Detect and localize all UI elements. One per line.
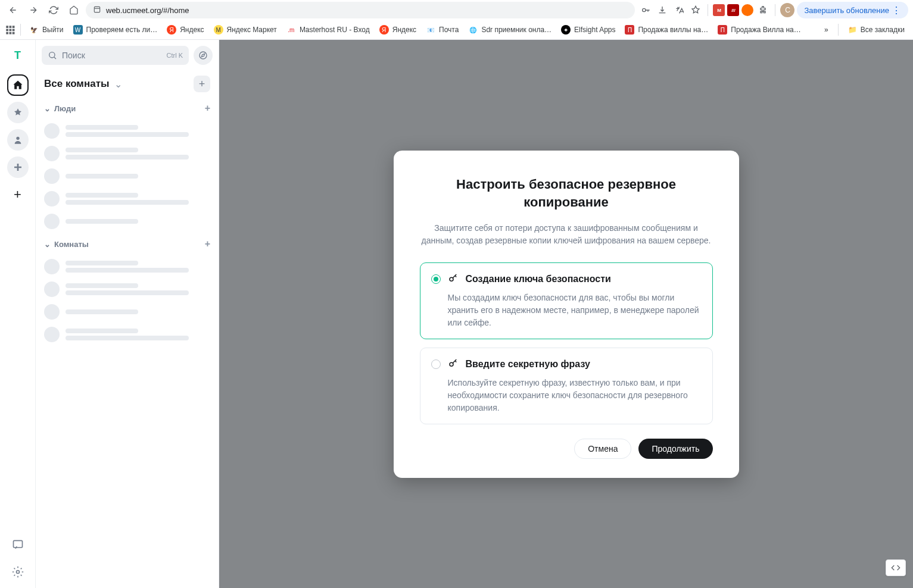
bookmark-favicon: .m — [286, 25, 296, 35]
svg-point-21 — [450, 362, 453, 366]
bookmark-item[interactable]: WПроверяем есть ли… — [70, 24, 161, 36]
url-box[interactable]: web.ucmeet.org/#/home — [86, 2, 635, 18]
apps-icon[interactable] — [5, 24, 15, 35]
profile-avatar[interactable]: C — [780, 3, 794, 17]
ext-mcafee-icon[interactable]: M — [713, 4, 725, 16]
bookmark-item[interactable]: ППродажа виллы на… — [621, 24, 712, 36]
bookmark-item[interactable]: МЯндекс Маркет — [210, 24, 281, 36]
nav-reload-icon[interactable] — [45, 2, 62, 18]
search-input[interactable]: Поиск Ctrl K — [42, 46, 189, 65]
rail-home[interactable] — [7, 74, 29, 96]
bookmark-item[interactable]: ППродажа Вилла на… — [714, 24, 804, 36]
bookmark-item[interactable]: ЯЯндекс — [376, 24, 420, 36]
room-panel: Поиск Ctrl K Все комнаты ⌄ + ⌄ Люди + ⌄ … — [36, 40, 219, 588]
extensions-icon[interactable] — [756, 3, 770, 17]
svg-rect-0 — [94, 7, 99, 12]
svg-point-13 — [16, 571, 19, 574]
dialog-description: Защитите себя от потери доступа к зашифр… — [420, 222, 713, 247]
rooms-list-placeholder — [36, 253, 219, 348]
bookmark-item[interactable]: ЯЯндекс — [163, 24, 207, 36]
svg-rect-10 — [13, 32, 15, 35]
svg-rect-4 — [13, 26, 15, 28]
bookmark-item[interactable]: .mMasterhost RU - Вход — [283, 24, 373, 36]
list-item — [44, 301, 210, 323]
ext-red-icon[interactable]: /// — [727, 4, 739, 16]
rail-rooms[interactable] — [7, 157, 29, 178]
rail-people[interactable] — [7, 129, 29, 151]
nav-forward-icon[interactable] — [25, 2, 42, 18]
modal-overlay[interactable]: Настроить безопасное резервное копирован… — [219, 40, 913, 588]
rooms-header: Все комнаты ⌄ + — [36, 71, 219, 99]
section-people[interactable]: ⌄ Люди + — [36, 99, 219, 117]
list-item — [44, 165, 210, 187]
svg-rect-8 — [6, 32, 8, 35]
option-passphrase[interactable]: Введите секретную фразу Используйте секр… — [420, 348, 713, 424]
svg-point-1 — [643, 8, 646, 11]
devtools-button[interactable] — [886, 559, 906, 576]
main-area: st_User чать Создать комнату Настроить б… — [219, 40, 913, 588]
svg-point-11 — [16, 137, 19, 140]
add-people-button[interactable]: + — [205, 103, 210, 114]
add-rooms-button[interactable]: + — [205, 239, 210, 249]
chevron-down-icon: ⌄ — [44, 104, 51, 113]
list-item — [44, 120, 210, 142]
continue-button[interactable]: Продолжить — [638, 439, 712, 459]
search-row: Поиск Ctrl K — [36, 40, 219, 71]
option-title: Введите секретную фразу — [466, 359, 590, 370]
divider — [775, 4, 775, 16]
add-room-button[interactable]: + — [194, 76, 210, 92]
search-shortcut: Ctrl K — [167, 52, 183, 59]
dialog-options: Создание ключа безопасности Мы создадим … — [420, 262, 713, 424]
bookmark-star-icon[interactable] — [688, 3, 703, 17]
section-rooms[interactable]: ⌄ Комнаты + — [36, 235, 219, 253]
explore-button[interactable] — [194, 46, 213, 65]
bookmark-item[interactable]: 🦅Выйти — [26, 24, 67, 36]
rail-threads[interactable] — [7, 534, 29, 555]
svg-point-14 — [49, 52, 55, 58]
toolbar-right: M /// C Завершить обновление⋮ — [638, 2, 908, 18]
list-item — [44, 187, 210, 210]
bookmark-favicon: W — [73, 25, 83, 35]
app-root: T + Поиск Ctrl K Все комнаты ⌄ + ⌄ Люди … — [0, 40, 913, 588]
nav-back-icon[interactable] — [5, 2, 21, 18]
rail-add[interactable]: + — [7, 184, 29, 205]
svg-point-20 — [450, 277, 453, 281]
bookmark-favicon: Я — [167, 25, 176, 35]
update-browser-button[interactable]: Завершить обновление⋮ — [797, 2, 908, 18]
list-item — [44, 278, 210, 301]
svg-rect-2 — [6, 26, 8, 28]
bookmark-favicon: ✦ — [561, 25, 571, 35]
bookmark-item[interactable]: ✦Elfsight Apps — [557, 24, 619, 36]
ext-orange-icon[interactable] — [741, 4, 753, 16]
rail-favorites[interactable] — [7, 102, 29, 123]
password-icon[interactable] — [638, 3, 653, 17]
bookmark-item[interactable]: 📧Почта — [422, 24, 462, 36]
site-info-icon[interactable] — [93, 5, 101, 15]
bookmark-favicon: Я — [379, 25, 389, 35]
key-icon — [448, 273, 459, 286]
app-logo[interactable]: T — [8, 46, 27, 65]
svg-rect-7 — [13, 29, 15, 32]
svg-rect-9 — [10, 32, 12, 35]
option-generate-key[interactable]: Создание ключа безопасности Мы создадим … — [420, 262, 713, 339]
install-icon[interactable] — [655, 3, 669, 17]
cancel-button[interactable]: Отмена — [574, 439, 631, 459]
chevron-down-icon: ⌄ — [44, 240, 51, 249]
nav-home-icon[interactable] — [66, 2, 82, 18]
bookmark-overflow[interactable]: » — [821, 24, 832, 35]
radio-selected[interactable] — [431, 274, 441, 284]
rail-settings[interactable] — [7, 561, 29, 583]
all-bookmarks-button[interactable]: 📁Все закладки — [845, 24, 908, 35]
chevron-down-icon[interactable]: ⌄ — [114, 79, 122, 90]
bookmark-favicon: 📧 — [426, 25, 435, 35]
list-item — [44, 323, 210, 346]
folder-icon: 📁 — [848, 26, 857, 34]
nav-rail: T + — [0, 40, 36, 588]
bookmark-favicon: М — [214, 25, 223, 35]
translate-icon[interactable] — [672, 3, 686, 17]
search-icon — [48, 51, 57, 60]
bookmark-item[interactable]: 🌐Sdr приемник онла… — [465, 24, 555, 36]
dialog-actions: Отмена Продолжить — [420, 439, 713, 459]
list-item — [44, 142, 210, 165]
radio-unselected[interactable] — [431, 359, 441, 369]
